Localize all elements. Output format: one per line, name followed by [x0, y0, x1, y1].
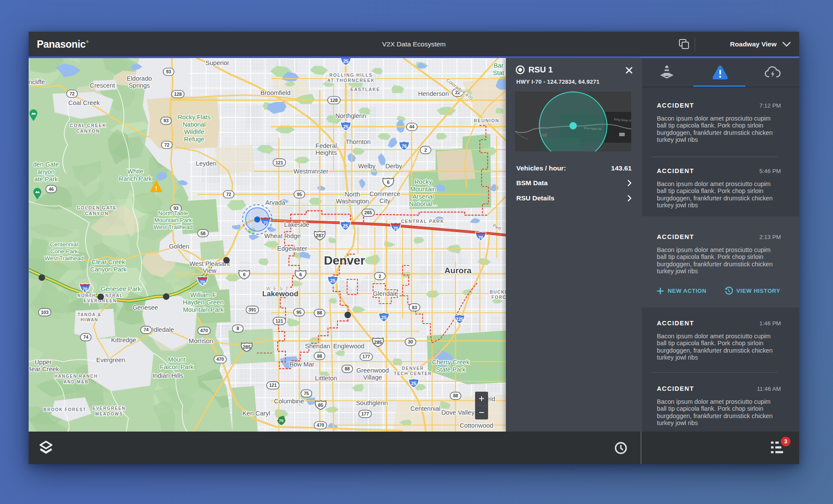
- svg-text:COAL CREEK: COAL CREEK: [70, 123, 106, 128]
- svg-text:30: 30: [408, 339, 413, 344]
- svg-text:72: 72: [69, 91, 75, 96]
- svg-text:470: 470: [200, 328, 208, 333]
- svg-text:TECH CENTER: TECH CENTER: [394, 371, 432, 376]
- svg-text:6: 6: [387, 180, 390, 185]
- svg-text:Westminster: Westminster: [294, 168, 328, 175]
- svg-text:Genesee: Genesee: [132, 304, 158, 311]
- svg-text:CANYON: CANYON: [76, 128, 100, 134]
- svg-text:70: 70: [200, 280, 205, 285]
- svg-text:Kittredge: Kittredge: [111, 337, 136, 344]
- svg-text:Clear Creek: Clear Creek: [92, 259, 125, 265]
- svg-text:Wheat Ridge: Wheat Ridge: [264, 232, 301, 239]
- svg-text:391: 391: [249, 307, 256, 312]
- svg-text:Superior: Superior: [206, 59, 230, 66]
- svg-text:REUNION: REUNION: [474, 118, 499, 123]
- svg-text:88: 88: [317, 310, 322, 315]
- svg-text:83: 83: [412, 305, 417, 310]
- svg-text:HIWAN: HIWAN: [81, 317, 98, 322]
- svg-text:76: 76: [401, 144, 407, 149]
- svg-text:265: 265: [364, 210, 372, 215]
- svg-text:FORC: FORC: [492, 295, 506, 300]
- svg-text:Thornton: Thornton: [345, 138, 371, 145]
- svg-text:72: 72: [226, 192, 231, 197]
- svg-text:Falcon Park: Falcon Park: [160, 363, 194, 370]
- svg-text:Leyden: Leyden: [196, 160, 216, 167]
- svg-text:Centennial: Centennial: [50, 241, 78, 248]
- svg-text:Cherry Creek: Cherry Creek: [432, 359, 470, 366]
- svg-text:Lakewood: Lakewood: [262, 290, 298, 298]
- svg-text:Hayden Green: Hayden Green: [183, 299, 223, 306]
- svg-text:74: 74: [83, 334, 89, 340]
- svg-text:72: 72: [164, 142, 170, 147]
- svg-text:AND M&B: AND M&B: [64, 380, 89, 384]
- svg-text:Centennial: Centennial: [410, 405, 440, 412]
- svg-text:Rocky Flats: Rocky Flats: [178, 114, 211, 121]
- svg-text:HANGEN RANCH: HANGEN RANCH: [54, 374, 98, 379]
- svg-text:View: View: [203, 267, 217, 274]
- svg-text:25: 25: [343, 223, 348, 229]
- svg-text:Bow Mar: Bow Mar: [289, 361, 314, 368]
- svg-text:W E S T: W E S T: [266, 286, 289, 291]
- svg-text:Mountain: Mountain: [410, 186, 436, 193]
- svg-text:TANOA &: TANOA &: [78, 312, 102, 317]
- svg-text:70: 70: [279, 418, 284, 423]
- svg-text:West Trailhead: West Trailhead: [45, 255, 84, 262]
- svg-text:Idledale: Idledale: [152, 326, 174, 333]
- svg-text:44: 44: [409, 124, 414, 129]
- svg-text:Coal Creek: Coal Creek: [68, 99, 100, 106]
- svg-text:Cone Park: Cone Park: [50, 248, 78, 255]
- svg-text:Denver: Denver: [324, 254, 365, 267]
- svg-text:177: 177: [361, 411, 369, 416]
- svg-text:6: 6: [299, 272, 302, 277]
- svg-text:Cottonwood: Cottonwood: [460, 422, 493, 429]
- svg-text:den Gate: den Gate: [33, 161, 59, 168]
- svg-text:William F: William F: [190, 291, 216, 298]
- svg-text:25: 25: [411, 381, 416, 386]
- svg-text:Henderson: Henderson: [418, 90, 449, 97]
- svg-text:Columbine: Columbine: [274, 398, 304, 405]
- svg-text:GOLDEN GATE: GOLDEN GATE: [77, 205, 117, 210]
- svg-text:Wildlife: Wildlife: [184, 128, 204, 135]
- svg-text:Welby: Welby: [358, 163, 376, 170]
- svg-text:74: 74: [144, 327, 149, 332]
- svg-text:Dove Valley: Dove Valley: [441, 409, 475, 416]
- svg-text:Arsenal: Arsenal: [413, 193, 434, 200]
- svg-text:Village: Village: [363, 374, 382, 381]
- svg-text:Littleton: Littleton: [315, 375, 337, 382]
- svg-text:CANYON: CANYON: [85, 211, 109, 216]
- svg-text:88: 88: [317, 353, 322, 359]
- svg-text:DENVER: DENVER: [402, 366, 424, 371]
- svg-text:70: 70: [393, 226, 398, 231]
- svg-text:95: 95: [296, 310, 302, 315]
- svg-text:Springs: Springs: [128, 82, 150, 89]
- svg-text:128: 128: [330, 98, 338, 103]
- svg-text:EVERGREEN: EVERGREEN: [92, 406, 125, 411]
- svg-text:25: 25: [381, 315, 387, 320]
- svg-text:Northglenn: Northglenn: [335, 112, 366, 119]
- svg-text:2: 2: [379, 274, 381, 279]
- svg-text:6: 6: [243, 272, 246, 277]
- svg-text:Glendale: Glendale: [373, 290, 398, 297]
- svg-text:Stat: Stat: [493, 69, 504, 76]
- svg-text:Morrison: Morrison: [189, 337, 213, 344]
- svg-text:Mount: Mount: [168, 356, 185, 363]
- svg-text:25: 25: [330, 278, 335, 283]
- svg-text:North: North: [345, 191, 360, 198]
- svg-text:Broomfield: Broomfield: [260, 89, 290, 96]
- svg-text:Eldorado: Eldorado: [127, 75, 152, 82]
- svg-text:Greenwood: Greenwood: [356, 367, 389, 374]
- svg-text:Heights: Heights: [315, 149, 337, 156]
- svg-text:225: 225: [456, 317, 463, 322]
- svg-text:93: 93: [164, 118, 169, 123]
- svg-text:North Table: North Table: [158, 210, 188, 216]
- svg-text:Refuge: Refuge: [184, 136, 204, 143]
- svg-text:Genesee Park: Genesee Park: [101, 285, 141, 292]
- svg-text:Rocky: Rocky: [414, 178, 432, 185]
- svg-text:BROOK FOREST: BROOK FOREST: [43, 407, 86, 412]
- svg-text:Indian Hills: Indian Hills: [152, 372, 183, 379]
- svg-text:ROLLING HILLS: ROLLING HILLS: [329, 72, 373, 78]
- svg-text:AT THORNCREEK: AT THORNCREEK: [327, 78, 375, 83]
- svg-text:95: 95: [297, 192, 302, 197]
- svg-text:Golden: Golden: [169, 243, 189, 250]
- svg-text:121: 121: [269, 383, 277, 388]
